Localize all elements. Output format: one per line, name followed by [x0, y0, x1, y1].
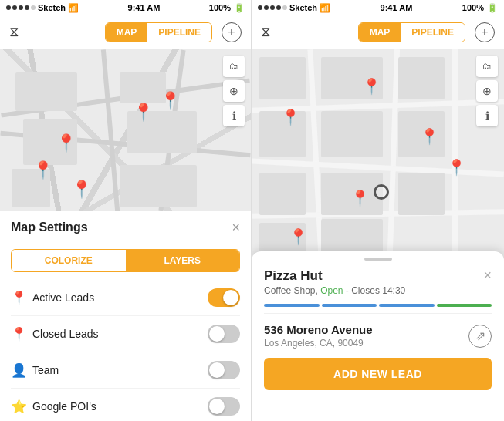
open-status: Open	[320, 285, 343, 296]
right-pin-yellow-5[interactable]: 📍	[289, 227, 308, 246]
right-network-label: Sketch	[289, 3, 317, 12]
settings-header: Map Settings ×	[0, 211, 251, 241]
address-sub: Los Angeles, CA, 90049	[264, 338, 468, 349]
right-pin-blue-1[interactable]: 📍	[350, 189, 370, 207]
right-battery-icon: 🔋	[487, 3, 498, 13]
right-nav-bar: ⧖ MAP PIPELINE +	[252, 15, 504, 49]
right-map-controls: 🗂 ⊕ ℹ	[476, 56, 498, 126]
team-toggle[interactable]	[208, 361, 240, 379]
sheet-header: Pizza Hut Coffee Shop, Open - Closes 14:…	[252, 261, 504, 301]
color-bar-3	[379, 304, 435, 307]
closed-leads-toggle[interactable]	[208, 325, 240, 343]
left-battery-pct: 100%	[209, 3, 231, 12]
locate-ctrl-left[interactable]: ⊕	[223, 80, 245, 102]
battery-icon: 🔋	[234, 3, 245, 13]
right-layers-ctrl[interactable]: 🗂	[476, 56, 498, 77]
right-pin-yellow-3[interactable]: 📍	[420, 127, 439, 146]
google-poi-label: Google POI's	[32, 400, 208, 413]
right-pin-ring[interactable]	[374, 184, 389, 200]
right-map-bg: 📍 📍 📍 📍 📍 📍	[252, 49, 504, 273]
layers-ctrl-left[interactable]: 🗂	[223, 56, 245, 77]
google-poi-toggle[interactable]	[208, 397, 240, 416]
network-label: Sketch	[38, 3, 66, 12]
active-leads-label: Active Leads	[32, 291, 208, 304]
wifi-icon: 📶	[68, 3, 79, 13]
right-pin-yellow-4[interactable]: 📍	[447, 158, 466, 177]
navigation-button[interactable]: ⇗	[468, 325, 492, 348]
sheet-close-button[interactable]: ×	[483, 268, 492, 282]
pin-dark-2[interactable]: 📍	[71, 180, 92, 200]
left-nav-bar: ⧖ MAP PIPELINE +	[0, 15, 251, 49]
map-settings-panel: Map Settings × COLORIZE LAYERS 📍 Active …	[0, 211, 251, 421]
right-signal-dots	[258, 5, 287, 10]
right-locate-ctrl[interactable]: ⊕	[476, 80, 498, 102]
subtab-group: COLORIZE LAYERS	[11, 249, 240, 272]
color-bars	[252, 301, 504, 313]
right-phone-panel: Sketch 📶 9:41 AM 100% 🔋 ⧖ MAP PIPELINE +	[252, 0, 504, 421]
settings-title: Map Settings	[11, 221, 232, 234]
left-time: 9:41 AM	[128, 3, 161, 12]
signal-dots	[6, 5, 36, 10]
tab-map-left[interactable]: MAP	[106, 23, 148, 42]
place-name: Pizza Hut	[264, 268, 483, 284]
active-leads-toggle[interactable]	[208, 288, 240, 307]
team-icon: 👤	[11, 362, 32, 379]
closed-leads-icon: 📍	[11, 326, 32, 342]
pin-blue-2[interactable]: 📍	[56, 133, 76, 153]
tab-pipeline-left[interactable]: PIPELINE	[147, 23, 211, 42]
pin-yellow-1[interactable]: 📍	[133, 103, 154, 123]
toggle-row-active-leads: 📍 Active Leads	[11, 280, 240, 316]
team-label: Team	[32, 364, 208, 376]
right-wifi-icon: 📶	[320, 3, 330, 13]
info-ctrl-left[interactable]: ℹ	[223, 105, 245, 126]
left-status-bar: Sketch 📶 9:41 AM 100% 🔋	[0, 0, 251, 15]
place-subtitle: Coffee Shop, Open - Closes 14:30	[264, 285, 483, 296]
map-pipeline-tabs: MAP PIPELINE	[105, 22, 212, 42]
right-battery-pct: 100%	[462, 3, 484, 12]
address-main: 536 Moreno Avenue	[264, 323, 468, 336]
toggle-row-google-poi: ⭐ Google POI's	[11, 389, 240, 421]
pin-dark-1[interactable]: 📍	[32, 160, 53, 180]
color-bar-4	[437, 304, 492, 307]
right-add-button[interactable]: +	[475, 22, 495, 42]
right-tab-pipeline[interactable]: PIPELINE	[401, 23, 465, 42]
right-info-ctrl[interactable]: ℹ	[476, 105, 498, 126]
toggle-list: 📍 Active Leads 📍 Closed Leads 👤 Team	[0, 280, 251, 421]
color-bar-2	[322, 304, 377, 307]
right-pin-yellow-2[interactable]: 📍	[362, 77, 381, 96]
right-time: 9:41 AM	[381, 3, 413, 12]
right-tab-map[interactable]: MAP	[359, 23, 401, 42]
left-map-bg: 📍 📍 📍 📍 📍	[0, 49, 251, 211]
closed-leads-label: Closed Leads	[32, 328, 208, 340]
pin-blue-1[interactable]: 📍	[160, 91, 181, 111]
right-status-bar: Sketch 📶 9:41 AM 100% 🔋	[252, 0, 504, 15]
right-map-pipeline-tabs: MAP PIPELINE	[358, 22, 465, 42]
map-controls-left: 🗂 ⊕ ℹ	[223, 56, 245, 126]
toggle-row-closed-leads: 📍 Closed Leads	[11, 316, 240, 352]
filter-icon[interactable]: ⧖	[9, 24, 19, 40]
add-new-lead-button[interactable]: ADD NEW LEAD	[264, 358, 492, 390]
subtab-colorize[interactable]: COLORIZE	[12, 250, 126, 271]
subtab-layers[interactable]: LAYERS	[126, 250, 240, 271]
right-filter-icon[interactable]: ⧖	[261, 24, 271, 40]
right-pin-yellow-1[interactable]: 📍	[281, 108, 300, 126]
add-button-left[interactable]: +	[222, 22, 242, 42]
bottom-sheet: Pizza Hut Coffee Shop, Open - Closes 14:…	[252, 251, 504, 421]
color-bar-1	[264, 304, 320, 307]
active-leads-icon: 📍	[11, 290, 32, 306]
sheet-address-row: 536 Moreno Avenue Los Angeles, CA, 90049…	[252, 314, 504, 358]
left-map[interactable]: 📍 📍 📍 📍 📍 🗂 ⊕ ℹ	[0, 49, 251, 211]
toggle-row-team: 👤 Team	[11, 352, 240, 389]
right-map[interactable]: 📍 📍 📍 📍 📍 📍 🗂 ⊕ ℹ	[252, 49, 504, 273]
left-phone-panel: Sketch 📶 9:41 AM 100% 🔋 ⧖ MAP PIPELINE +	[0, 0, 252, 421]
google-poi-icon: ⭐	[11, 399, 32, 415]
settings-close-button[interactable]: ×	[232, 221, 240, 234]
